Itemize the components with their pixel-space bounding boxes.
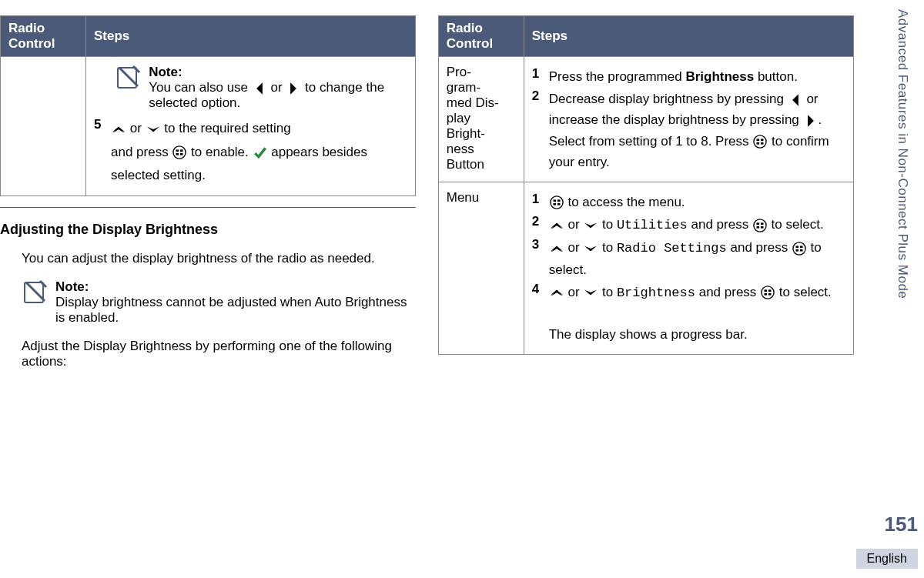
ok-icon (550, 195, 564, 209)
note-text: Display brightness cannot be adjusted wh… (55, 295, 407, 325)
down-icon (584, 242, 598, 256)
note-icon (115, 65, 141, 91)
down-icon (584, 219, 598, 232)
down-icon (146, 122, 160, 136)
side-chapter: Advanced Features in Non-Connect Plus Mo… (895, 9, 910, 299)
divider (0, 207, 416, 208)
right-icon (804, 114, 818, 128)
row-label: Pro- gram- med Dis- play Bright- ness Bu… (438, 57, 524, 182)
step-text: to access the menu. (549, 192, 845, 212)
th-radio-control: Radio Control (1, 16, 86, 57)
ok-icon (761, 286, 775, 299)
th-radio-control: Radio Control (438, 16, 524, 57)
instruction-text: Adjust the Display Brightness by perform… (22, 339, 416, 369)
step-text: Decrease display brightness by pressing … (549, 89, 845, 172)
up-icon (112, 122, 126, 136)
section-title: Adjusting the Display Brightness (0, 222, 416, 238)
step-text: or to Utilities and press to select. (549, 214, 845, 236)
down-icon (584, 286, 598, 299)
th-steps: Steps (86, 16, 416, 57)
note-label: Note: (149, 65, 182, 79)
ok-icon (753, 135, 767, 149)
th-steps: Steps (524, 16, 853, 57)
note-icon (22, 279, 48, 306)
up-icon (550, 286, 564, 299)
ok-icon (172, 145, 186, 159)
table-radio-control-2: Radio Control Steps Pro- gram- med Dis- … (438, 15, 854, 355)
check-icon (253, 145, 267, 159)
language-label: English (856, 549, 918, 569)
page-number: 151 (885, 513, 918, 536)
step-text: or to Brightness and press to select.The… (549, 282, 845, 346)
step-num: 5 (94, 117, 111, 188)
right-icon (286, 82, 300, 95)
up-icon (550, 219, 564, 232)
table-radio-control-1: Radio Control Steps Note: You can also u… (0, 15, 416, 196)
ok-icon (753, 219, 767, 232)
step-text: or to Radio Settings and press to select… (549, 237, 845, 279)
row-label: Menu (438, 182, 524, 354)
step-text: Press the programmed Brightness button. (549, 66, 845, 87)
note-label: Note: (55, 279, 89, 294)
intro-text: You can adjust the display brightness of… (22, 251, 416, 266)
left-icon (253, 82, 266, 95)
up-icon (550, 242, 564, 256)
note-text: You can also use or to change the select… (149, 80, 384, 110)
ok-icon (792, 242, 806, 256)
left-icon (788, 93, 802, 107)
